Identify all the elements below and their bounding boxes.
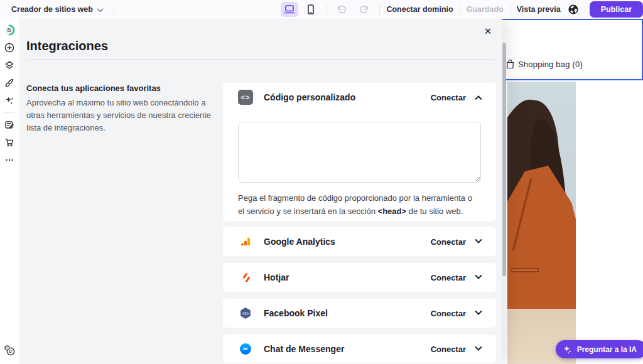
blog-pages-button[interactable] (0, 116, 19, 134)
mobile-icon (305, 4, 316, 15)
messenger-icon (238, 341, 253, 356)
custom-code-textarea[interactable] (238, 122, 481, 183)
integration-card-hotjar[interactable]: Hotjar Conectar (223, 263, 496, 292)
sidebar-divider (4, 112, 14, 113)
more-tools-button[interactable] (0, 151, 19, 169)
integration-card-facebook-pixel[interactable]: </> Facebook Pixel Conectar (223, 299, 496, 328)
ellipsis-icon (4, 155, 14, 165)
integration-title: Facebook Pixel (264, 308, 431, 318)
site-header-section-selected[interactable]: Shopping bag (0) (502, 19, 643, 80)
hero-image-pocket-shape (511, 268, 539, 272)
layers-icon (4, 60, 14, 70)
undo-button[interactable] (333, 2, 350, 17)
sections-layers-button[interactable] (0, 56, 19, 74)
language-globe-button[interactable] (565, 2, 582, 17)
integration-title: Hotjar (264, 272, 431, 282)
redo-button[interactable] (355, 2, 373, 17)
integrations-panel: ✕ Integraciones Conecta tus aplicaciones… (19, 19, 502, 364)
store-button[interactable] (0, 134, 19, 151)
page-title: Integraciones (26, 39, 108, 53)
design-style-button[interactable] (0, 74, 19, 92)
google-analytics-icon (238, 234, 253, 249)
chevron-down-icon[interactable] (475, 237, 482, 244)
connect-button[interactable]: Conectar (431, 273, 466, 282)
intro-body: Aprovecha al máximo tu sitio web conectá… (26, 97, 219, 134)
builder-menu-label[interactable]: Creador de sitios web (11, 5, 93, 14)
accessibility-widget-button[interactable] (0, 341, 19, 359)
paintbrush-icon (4, 78, 14, 88)
shopping-bag-icon (506, 60, 514, 69)
shopping-cart-icon (4, 137, 14, 147)
connect-button[interactable]: Conectar (431, 93, 466, 102)
chevron-down-icon[interactable] (475, 308, 482, 315)
chevron-down-icon[interactable] (475, 344, 482, 351)
builder-logo[interactable] (0, 21, 19, 39)
globe-icon (568, 4, 579, 15)
panel-scrollbar[interactable] (502, 43, 506, 276)
integration-title: Código personalizado (264, 92, 431, 102)
divider (379, 4, 380, 14)
topbar-actions: Conectar dominio Guardado Vista previa P… (281, 1, 643, 18)
hero-image-jacket-shape (507, 166, 576, 309)
intro-text-block: Conecta tus aplicaciones favoritas Aprov… (26, 83, 219, 134)
facebook-pixel-icon: </> (238, 306, 253, 321)
integration-card-custom-code: <> Código personalizado Conectar Pega el… (223, 83, 496, 221)
plus-circle-icon (4, 43, 14, 53)
connect-button[interactable]: Conectar (431, 309, 466, 318)
preview-button[interactable]: Vista previa (517, 5, 561, 14)
chevron-up-icon[interactable] (475, 95, 482, 102)
divider (114, 4, 114, 14)
connect-button[interactable]: Conectar (431, 345, 466, 354)
hero-image[interactable] (507, 82, 576, 364)
mobile-view-button[interactable] (302, 2, 320, 17)
divider (326, 4, 327, 14)
builder-logo-icon (4, 24, 15, 36)
connect-button[interactable]: Conectar (431, 237, 466, 247)
integration-card-header[interactable]: <> Código personalizado Conectar (223, 83, 496, 112)
ask-ai-label: Preguntar a la IA (577, 345, 637, 354)
title-divider (26, 59, 495, 60)
integration-title: Google Analytics (264, 237, 431, 247)
topbar: Creador de sitios web (0, 0, 643, 19)
shopping-bag-link[interactable]: Shopping bag (0) (506, 60, 583, 69)
desktop-view-button[interactable] (281, 2, 298, 17)
code-brackets-icon: <> (238, 90, 253, 105)
ask-ai-button[interactable]: Preguntar a la IA (556, 340, 643, 358)
hint-text: de tu sitio web. (406, 206, 463, 216)
integration-card-messenger[interactable]: Chat de Messenger Conectar (223, 335, 496, 363)
builder-menu[interactable]: Creador de sitios web (11, 4, 121, 14)
publish-button[interactable]: Publicar (590, 1, 643, 18)
redo-icon (359, 4, 370, 15)
accessibility-icon (3, 344, 16, 356)
connect-domain-button[interactable]: Conectar dominio (386, 5, 453, 14)
chevron-down-icon (97, 6, 103, 12)
hotjar-icon (238, 270, 253, 285)
integration-card-google-analytics[interactable]: Google Analytics Conectar (223, 227, 496, 256)
svg-text:</>: </> (242, 311, 249, 316)
integration-title: Chat de Messenger (264, 344, 431, 354)
ai-tools-button[interactable] (0, 92, 19, 109)
saved-status: Guardado (467, 5, 504, 14)
intro-heading: Conecta tus aplicaciones favoritas (26, 83, 219, 93)
sidebar (0, 19, 19, 364)
close-icon[interactable]: ✕ (481, 24, 495, 38)
divider (510, 4, 511, 14)
chevron-down-icon[interactable] (475, 272, 482, 279)
divider (460, 4, 460, 14)
hint-head-tag: <head> (378, 206, 407, 216)
add-element-button[interactable] (0, 39, 19, 56)
page-edit-icon (4, 120, 14, 130)
sparkles-icon (4, 95, 14, 105)
custom-code-hint: Pega el fragmento de código proporcionad… (238, 192, 479, 218)
shopping-bag-label: Shopping bag (0) (518, 60, 583, 69)
site-preview: Shopping bag (0) (502, 19, 643, 364)
undo-icon (336, 4, 347, 15)
desktop-icon (283, 4, 296, 15)
ai-sparkle-icon (563, 345, 573, 355)
hero-image-lapel-shape (512, 178, 532, 251)
